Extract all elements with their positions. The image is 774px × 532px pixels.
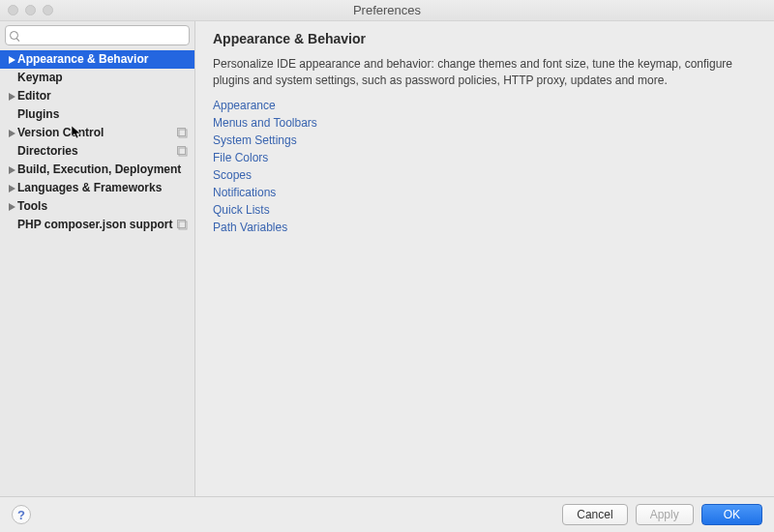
- expand-arrow-icon[interactable]: [6, 185, 17, 192]
- tree-item-label: Version Control: [17, 124, 177, 142]
- search-input[interactable]: [5, 25, 190, 45]
- subsection-link-path-variables[interactable]: Path Variables: [213, 220, 759, 235]
- page-title: Appearance & Behavior: [213, 31, 759, 46]
- subsection-link-scopes[interactable]: Scopes: [213, 167, 759, 183]
- svg-marker-1: [9, 93, 15, 101]
- search-icon: [10, 31, 19, 41]
- tree-item-label: Tools: [17, 197, 189, 216]
- tree-item-build-execution-deployment[interactable]: Build, Execution, Deployment: [0, 161, 194, 179]
- tree-item-version-control[interactable]: Version Control: [0, 124, 194, 142]
- tree-item-php-composer-json-support[interactable]: PHP composer.json support: [0, 216, 194, 234]
- svg-marker-9: [9, 185, 15, 192]
- tree-item-label: Plugins: [17, 105, 189, 124]
- svg-marker-10: [9, 203, 15, 211]
- svg-marker-0: [9, 56, 15, 64]
- ok-button[interactable]: OK: [701, 504, 762, 525]
- window-title: Preferences: [0, 3, 774, 17]
- svg-marker-2: [9, 130, 15, 137]
- cancel-button[interactable]: Cancel: [562, 504, 627, 525]
- subsection-links: AppearanceMenus and ToolbarsSystem Setti…: [213, 98, 759, 235]
- minimize-window-button[interactable]: [25, 5, 36, 15]
- tree-item-label: Build, Execution, Deployment: [17, 161, 189, 179]
- subsection-link-quick-lists[interactable]: Quick Lists: [213, 202, 759, 218]
- close-window-button[interactable]: [8, 5, 18, 15]
- svg-marker-8: [9, 166, 15, 174]
- project-scope-icon: [177, 128, 189, 139]
- dialog-footer: ? Cancel Apply OK: [0, 496, 774, 532]
- subsection-link-menus-and-toolbars[interactable]: Menus and Toolbars: [213, 115, 759, 131]
- page-description: Personalize IDE appearance and behavior:…: [213, 56, 759, 90]
- subsection-link-system-settings[interactable]: System Settings: [213, 133, 759, 148]
- settings-tree[interactable]: Appearance & BehaviorKeymapEditorPlugins…: [0, 49, 194, 496]
- help-button[interactable]: ?: [12, 505, 31, 524]
- expand-arrow-icon[interactable]: [6, 203, 17, 211]
- tree-item-keymap[interactable]: Keymap: [0, 69, 194, 87]
- tree-item-appearance-behavior[interactable]: Appearance & Behavior: [0, 50, 194, 69]
- zoom-window-button[interactable]: [43, 5, 53, 15]
- project-scope-icon: [177, 146, 189, 158]
- tree-item-languages-frameworks[interactable]: Languages & Frameworks: [0, 179, 194, 197]
- subsection-link-notifications[interactable]: Notifications: [213, 185, 759, 200]
- apply-button[interactable]: Apply: [636, 504, 694, 525]
- tree-item-tools[interactable]: Tools: [0, 197, 194, 216]
- subsection-link-appearance[interactable]: Appearance: [213, 98, 759, 113]
- expand-arrow-icon[interactable]: [6, 130, 17, 137]
- tree-item-label: Editor: [17, 87, 189, 105]
- settings-content: Appearance & Behavior Personalize IDE ap…: [195, 21, 774, 496]
- titlebar: Preferences: [0, 0, 774, 21]
- tree-item-label: Keymap: [17, 69, 189, 87]
- tree-item-label: Directories: [17, 142, 177, 161]
- expand-arrow-icon[interactable]: [6, 93, 17, 101]
- tree-item-directories[interactable]: Directories: [0, 142, 194, 161]
- preferences-sidebar: Appearance & BehaviorKeymapEditorPlugins…: [0, 21, 195, 496]
- expand-arrow-icon[interactable]: [6, 166, 17, 174]
- tree-item-editor[interactable]: Editor: [0, 87, 194, 105]
- tree-item-plugins[interactable]: Plugins: [0, 105, 194, 124]
- tree-item-label: Appearance & Behavior: [17, 50, 189, 69]
- tree-item-label: Languages & Frameworks: [17, 179, 189, 197]
- subsection-link-file-colors[interactable]: File Colors: [213, 150, 759, 165]
- tree-item-label: PHP composer.json support: [17, 216, 177, 234]
- window-controls: [0, 5, 53, 15]
- expand-arrow-icon[interactable]: [6, 56, 17, 64]
- project-scope-icon: [177, 220, 189, 231]
